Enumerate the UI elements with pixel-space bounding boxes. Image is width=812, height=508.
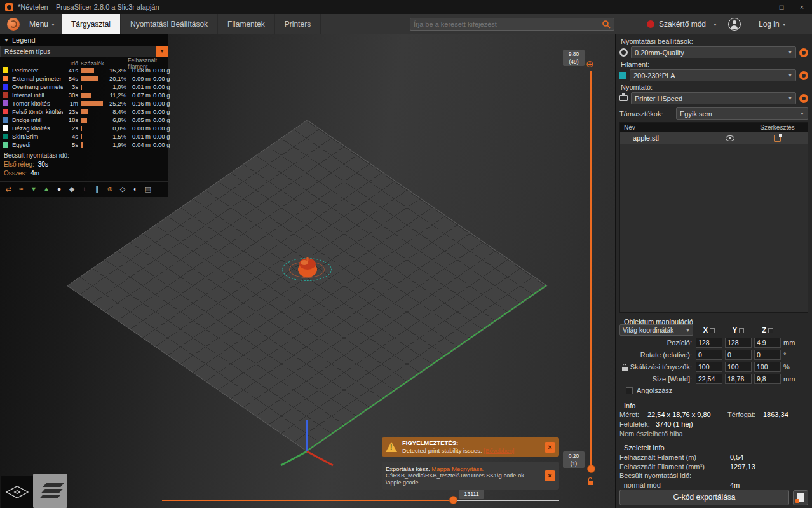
tab-t-rgyasztal[interactable]: Tárgyasztal [62,14,121,34]
uniform-scale-lock-icon[interactable] [622,367,628,371]
chevron-down-icon[interactable]: ▼ [156,46,168,57]
export-gcode-button[interactable]: G-kód exportálása [619,490,789,505]
axis-value-input[interactable] [725,350,752,360]
edit-filament-button[interactable] [799,71,808,80]
print-settings-label: Nyomtatási beállítások: [621,38,808,45]
legend-header[interactable]: ▼ Legend [0,34,168,46]
axis-value-input[interactable] [754,338,781,348]
axis-mirror-icon[interactable] [739,328,744,333]
warning-icon: ! [386,442,397,452]
retractions-toggle-icon[interactable]: ▼ [29,184,38,193]
slider-lock-icon[interactable] [588,481,593,485]
unit-label: mm [783,339,802,347]
open-output-folder-button[interactable] [793,490,808,505]
legend-row: Internal infill30s11,2%0.07 m0.00 g [0,91,168,99]
axis-value-input[interactable] [696,350,722,360]
edit-object-icon[interactable] [774,135,781,142]
maximize-button[interactable]: □ [771,0,792,14]
axis-value-input[interactable] [725,338,752,348]
tab-printers[interactable]: Printers [275,14,321,34]
axis-value-input[interactable] [696,374,722,384]
mode-selector[interactable]: Szakértő mód ▼ [647,14,717,34]
legend-toggle-icon[interactable]: ▤ [144,184,152,193]
filament-select[interactable]: 200-230°PLA ▼ [630,69,796,81]
close-button[interactable]: × [792,0,812,14]
collapse-arrow-icon[interactable]: ▼ [4,38,9,43]
feature-percent-bar [78,109,107,114]
legend-rows: Perimeter41s15,3%0.08 m0.00 gExternal pe… [0,66,168,149]
chevron-down-icon: ▼ [713,22,717,27]
printer-select[interactable]: Printer HSpeed ▼ [631,92,796,104]
editor-view-button[interactable] [1,476,33,508]
tool-changes-toggle-icon[interactable]: ◆ [67,184,76,193]
deretractions-toggle-icon[interactable]: ▲ [42,184,51,193]
open-folder-link[interactable]: Mappa Megnyitása. [431,465,484,472]
sliced-info-rows: Felhasznált Filament (m)0,54Felhasznált … [619,453,808,490]
axis-mirror-icon[interactable] [768,328,773,333]
minimize-button[interactable]: — [751,0,771,14]
prusaslicer-logo-icon[interactable] [7,18,20,31]
total-time-value: 4m [30,170,39,177]
edit-printer-button[interactable] [799,94,808,103]
axis-value-input[interactable] [696,362,722,372]
layer-slider-track[interactable] [590,71,592,468]
sliced-info-row: - normál mód4m [619,481,808,490]
tab-nyomtat-si-be-ll-t-sok[interactable]: Nyomtatási Beállítások [121,14,218,34]
axis-value-input[interactable] [754,374,781,384]
close-warning-icon[interactable]: × [545,442,555,453]
coordinate-system-select[interactable]: Világ koordináták ▼ [619,324,693,336]
manipulation-label: Rotate (relative): [619,351,693,359]
axis-value-input[interactable] [754,362,781,372]
edit-print-settings-button[interactable] [799,48,808,57]
login-button[interactable]: Log in▼ [759,14,787,34]
close-export-icon[interactable]: × [545,470,555,481]
wipe-toggle-icon[interactable]: ≈ [17,184,25,193]
move-slider-track[interactable] [162,500,559,501]
print-settings-icon [619,48,628,57]
unit-label: mm [783,375,802,383]
visibility-eye-icon[interactable] [726,135,734,141]
manipulation-rows: Pozíció:mmRotate (relative):°Skálázási t… [619,338,808,384]
warning-more-link[interactable]: [Bővebben] [484,447,514,454]
print-settings-select[interactable]: 0.20mm-Quality ▼ [631,46,796,58]
search-box[interactable] [410,18,614,31]
object-list-item[interactable]: apple.stl [620,132,808,144]
axis-value-input[interactable] [696,338,722,348]
chevron-down-icon: ▼ [51,22,55,27]
chevron-down-icon: ▼ [788,50,792,55]
supports-select[interactable]: Egyik sem ▼ [676,107,808,120]
tool-marker-toggle-icon[interactable]: ◐ [131,184,140,193]
menu-button[interactable]: Menu▼ [24,14,60,34]
pause-prints-toggle-icon[interactable]: ∥ [93,184,102,193]
add-color-change-icon[interactable]: ⊕ [586,58,594,70]
axis-mirror-icon[interactable] [710,328,715,333]
search-icon[interactable] [602,20,611,29]
imperial-units-checkbox[interactable] [626,387,633,394]
feature-name: Skirt/Brim [12,133,63,140]
axis-value-input[interactable] [754,350,781,360]
search-input[interactable] [414,20,602,28]
feature-color-swatch [3,92,8,98]
preview-view-button[interactable] [33,474,67,508]
3d-viewport[interactable]: ▼ Legend Részelem típus ▼ Idő Százalék F… [0,34,615,508]
legend-view-type-select[interactable]: Részelem típus ▼ [0,46,168,57]
layer-slider-handle[interactable] [587,465,595,473]
axis-value-input[interactable] [725,362,752,372]
account-icon[interactable] [728,18,741,31]
move-slider-handle[interactable] [449,496,457,504]
feature-percent-bar [78,101,107,106]
model-object[interactable] [293,253,322,280]
custom-gcodes-toggle-icon[interactable]: ⊕ [105,184,114,193]
feature-filament-length: 0.00 m [128,125,153,132]
feature-time: 41s [63,67,78,74]
feature-filament-length: 0.01 m [128,83,153,90]
feature-time: 30s [63,92,78,99]
travels-toggle-icon[interactable]: ⇄ [4,184,13,193]
color-changes-toggle-icon[interactable]: + [80,184,89,193]
feature-filament-weight: 0.00 g [153,141,172,148]
axis-value-input[interactable] [725,374,752,384]
tab-filamentek[interactable]: Filamentek [218,14,275,34]
shells-toggle-icon[interactable]: ◇ [118,184,127,193]
feature-percent-bar [78,85,107,90]
seams-toggle-icon[interactable]: ● [55,184,64,193]
